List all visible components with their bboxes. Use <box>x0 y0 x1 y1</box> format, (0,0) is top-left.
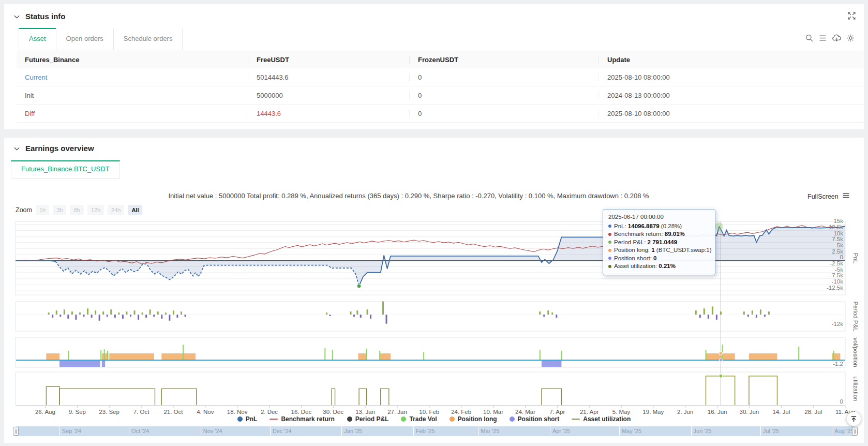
period-pnl-bar <box>370 315 371 319</box>
period-pnl-bar <box>756 315 757 318</box>
utilization-step <box>161 389 196 405</box>
period-pnl-bar <box>142 313 143 315</box>
period-pnl-bar <box>149 309 151 315</box>
svg-text:16. Dec: 16. Dec <box>291 409 312 415</box>
navigator-month-separator <box>550 426 550 436</box>
period-pnl-bar <box>56 310 57 315</box>
navigator-month-label: May '25 <box>622 428 641 434</box>
trade-vol-spike <box>107 351 108 360</box>
period-pnl-bar <box>87 308 88 315</box>
svg-text:7. Apr: 7. Apr <box>549 409 565 415</box>
navigator-month-separator <box>691 426 692 436</box>
trade-vol-spike <box>183 345 184 360</box>
period-pnl-bar <box>102 311 104 315</box>
svg-text:0: 0 <box>840 398 843 405</box>
navigator-month-label: Jun '25 <box>694 428 712 434</box>
period-pnl-bar <box>551 313 553 315</box>
svg-text:10. Mar: 10. Mar <box>483 409 503 415</box>
period-pnl-bar <box>752 310 753 315</box>
period-pnl-bar <box>134 310 136 315</box>
position-long-block <box>161 353 196 360</box>
period-pnl-bar <box>367 309 368 315</box>
svg-text:26. Aug: 26. Aug <box>35 409 55 415</box>
period-pnl-bar <box>67 315 69 319</box>
position-long-block <box>380 353 391 360</box>
trade-vol-spike <box>100 350 101 361</box>
navigator-month-label: Oct '24 <box>131 428 149 434</box>
period-pnl-bar <box>716 315 717 320</box>
period-pnl-bar <box>99 315 100 321</box>
period-pnl-bar <box>708 315 709 319</box>
svg-text:23. Sep: 23. Sep <box>99 409 119 415</box>
tooltip-row: Asset utilization: 0.21% <box>608 262 710 271</box>
trade-vol-spike <box>561 351 562 360</box>
period-pnl-bar <box>743 311 745 315</box>
svg-text:30. Dec: 30. Dec <box>323 409 343 415</box>
trade-vol-spike <box>104 349 105 360</box>
svg-text:-5k: -5k <box>835 266 843 273</box>
period-pnl-bar <box>138 315 139 320</box>
period-pnl-bar <box>712 306 713 315</box>
svg-text:18. Nov: 18. Nov <box>227 409 248 415</box>
navigator-month-label: Nov '24 <box>203 428 222 434</box>
svg-text:24. Mar: 24. Mar <box>515 409 535 415</box>
trade-vol-spike <box>332 350 333 361</box>
position-long-block <box>358 353 366 360</box>
navigator-month-separator <box>59 426 60 436</box>
period-pnl-bar <box>145 315 147 318</box>
navigator-right-handle[interactable] <box>852 427 858 436</box>
svg-text:2. Dec: 2. Dec <box>261 409 278 415</box>
position-long-block <box>46 353 59 360</box>
svg-text:27. Jan: 27. Jan <box>387 409 407 415</box>
period-pnl-bar <box>52 315 53 318</box>
svg-text:14. Jul: 14. Jul <box>772 409 790 415</box>
svg-text:-12.5k: -12.5k <box>827 285 843 291</box>
period-pnl-bar <box>165 313 167 315</box>
utilization-hover-dot <box>719 374 723 378</box>
trade-vol-spike <box>366 349 367 360</box>
period-pnl-bar <box>110 309 112 315</box>
navigator-month-label: Sep '24 <box>62 428 81 434</box>
svg-text:4. Nov: 4. Nov <box>197 409 214 415</box>
navigator-month-label: Feb '25 <box>416 428 435 434</box>
svg-text:Period P&L: Period P&L <box>852 301 859 332</box>
period-pnl-bar <box>747 315 749 317</box>
period-pnl-bar <box>768 311 770 315</box>
period-pnl-bar <box>161 315 162 319</box>
position-short-block <box>102 360 105 367</box>
svg-text:-1.2: -1.2 <box>833 361 843 367</box>
tooltip-date: 2025-06-17 00:00:00 <box>608 213 710 221</box>
svg-text:28. Jul: 28. Jul <box>804 409 822 415</box>
chart-menu-icon[interactable] <box>842 191 850 200</box>
trade-vol-spike <box>833 351 834 360</box>
period-pnl-bar <box>350 311 352 315</box>
period-pnl-bar <box>385 315 387 324</box>
svg-text:10k: 10k <box>833 230 843 236</box>
svg-text:-10k: -10k <box>832 278 844 285</box>
navigator-month-label: Apr '25 <box>552 428 571 434</box>
svg-text:21. Oct: 21. Oct <box>163 409 183 415</box>
period-pnl-bar <box>326 313 327 315</box>
period-pnl-bar <box>547 310 549 315</box>
svg-text:7. Oct: 7. Oct <box>133 409 149 415</box>
period-pnl-bar <box>107 315 108 317</box>
utilization-step <box>59 389 155 405</box>
svg-text:9. Sep: 9. Sep <box>69 409 86 415</box>
range-navigator[interactable]: Sep '24Oct '24Nov '24Dec '24Jan '25Feb '… <box>16 426 855 436</box>
period-pnl-bar <box>185 315 186 317</box>
back-to-top-button[interactable] <box>847 412 861 426</box>
navigator-month-separator <box>760 426 761 436</box>
navigator-month-separator <box>341 426 342 436</box>
tooltip-row: Position long: 1 (BTC_USDT.swap:1) <box>608 246 710 255</box>
svg-text:5. May: 5. May <box>612 409 631 415</box>
earnings-chart-plot[interactable]: 15k12.5k10k7.5k5k2.5k0-2.5k-5k-7.5k-10k-… <box>0 0 868 446</box>
period-pnl-bar <box>169 315 170 321</box>
utilization-step <box>359 389 366 405</box>
svg-text:12.5k: 12.5k <box>829 224 843 230</box>
period-pnl-bar <box>71 311 73 315</box>
navigator-left-handle[interactable] <box>13 427 19 436</box>
period-pnl-bar <box>48 313 50 315</box>
period-pnl-bar <box>556 315 557 318</box>
pnl-hover-halo <box>715 222 723 231</box>
chart-tooltip: 2025-06-17 00:00:00 PnL: 14096.8879 (0.2… <box>603 209 715 275</box>
